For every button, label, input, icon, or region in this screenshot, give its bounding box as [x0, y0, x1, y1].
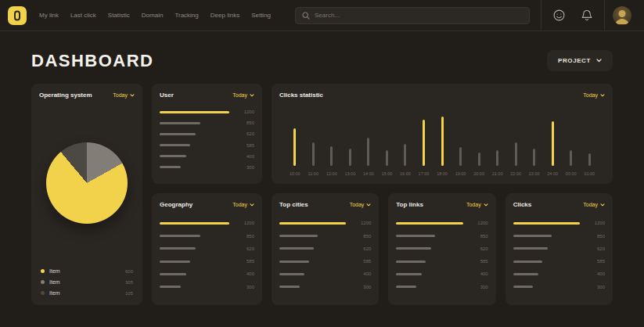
vbar-column: 11:00 — [304, 142, 323, 176]
card-top-links: Top links Today 1200850620585400300 — [388, 193, 495, 305]
card-title: Clicks statistic — [279, 92, 323, 99]
bar-value: 1200 — [236, 221, 254, 225]
bar-row: 1200 — [279, 221, 371, 225]
bar-value: 585 — [352, 259, 371, 264]
legend-item: Item 600 — [41, 268, 133, 274]
nav-item-setting[interactable]: Setting — [251, 12, 271, 19]
vbar-column: 15:00 — [378, 150, 397, 176]
bar-highlight — [423, 120, 425, 166]
card-header: Clicks Today — [513, 201, 605, 208]
period-dropdown[interactable]: Today — [466, 202, 488, 207]
search-bar[interactable] — [295, 7, 530, 24]
period-dropdown[interactable]: Today — [583, 92, 605, 98]
bar-row: 620 — [160, 131, 254, 136]
search-input[interactable] — [315, 12, 523, 19]
period-dropdown[interactable]: Today — [350, 202, 372, 207]
bar — [279, 273, 304, 275]
bar — [396, 261, 426, 263]
bar-value: 620 — [236, 131, 254, 136]
bar-row: 620 — [396, 246, 487, 251]
bar-highlight — [513, 222, 580, 225]
x-tick-label: 19:00 — [455, 171, 466, 176]
user-avatar[interactable] — [613, 6, 631, 25]
vbar-column: 21:00 — [488, 150, 507, 176]
bar-row: 400 — [160, 271, 254, 276]
bar-row: 585 — [160, 143, 254, 148]
bar-track — [279, 261, 346, 263]
period-dropdown[interactable]: Today — [113, 92, 135, 98]
bar — [570, 150, 572, 166]
bar-row: 585 — [396, 259, 487, 264]
notifications-button[interactable] — [577, 5, 597, 26]
vbar-column: 18:00 — [433, 117, 452, 176]
bar-highlight — [552, 121, 554, 166]
period-dropdown[interactable]: Today — [583, 202, 605, 207]
bar-row: 300 — [513, 285, 605, 289]
main-nav: My link Last click Statistic Domain Trac… — [39, 12, 271, 19]
legend-value: 600 — [125, 269, 133, 274]
bar-value: 850 — [586, 234, 605, 239]
chevron-down-icon — [600, 203, 605, 207]
bar-row: 585 — [279, 259, 371, 264]
card-header: User Today — [160, 92, 254, 99]
bar — [513, 235, 552, 237]
project-button[interactable]: PROJECT — [547, 50, 613, 71]
bar — [160, 261, 190, 263]
bar-track — [160, 273, 229, 275]
bar-value: 620 — [586, 246, 605, 251]
nav-item-deep-links[interactable]: Deep links — [210, 12, 239, 19]
legend-label: Item — [49, 290, 121, 296]
bar-track — [513, 261, 580, 263]
bar — [160, 166, 181, 168]
nav-item-statistic[interactable]: Statistic — [108, 12, 130, 19]
bar — [478, 153, 480, 166]
x-tick-label: 22:00 — [510, 171, 521, 176]
bar-value: 620 — [352, 246, 371, 251]
bar-highlight — [293, 128, 296, 166]
x-tick-label: 20:00 — [473, 171, 484, 176]
logo[interactable] — [8, 6, 27, 25]
chevron-down-icon — [600, 94, 605, 97]
bar-track — [160, 155, 229, 157]
bar-value: 300 — [352, 285, 371, 289]
card-clicks: Clicks Today 1200850620585400300 — [505, 193, 613, 305]
bar — [513, 261, 543, 263]
vbar-column: 00:00 — [562, 150, 581, 176]
bar — [533, 149, 535, 166]
card-header: Geography Today — [160, 201, 254, 208]
bar-value: 400 — [236, 154, 254, 159]
bar-row: 400 — [513, 271, 605, 276]
vbar-column: 22:00 — [506, 142, 525, 176]
x-tick-label: 24:00 — [547, 171, 558, 176]
bar — [160, 122, 200, 124]
bar — [160, 133, 196, 135]
vbar-column: 14:00 — [359, 138, 378, 176]
bar-track — [160, 222, 229, 225]
smiley-button[interactable] — [549, 5, 569, 26]
vbar-column: 01:00 — [581, 153, 599, 176]
nav-item-tracking[interactable]: Tracking — [174, 12, 198, 19]
nav-item-my-link[interactable]: My link — [39, 12, 59, 19]
card-title: User — [160, 92, 174, 99]
smiley-icon — [553, 9, 565, 21]
bar — [312, 142, 315, 166]
bar-row: 1200 — [160, 110, 254, 114]
bell-icon — [581, 9, 592, 21]
bar-value: 400 — [352, 271, 371, 276]
bar-track — [513, 286, 580, 288]
bar — [396, 247, 430, 250]
period-dropdown[interactable]: Today — [232, 92, 254, 98]
avatar-image — [613, 6, 631, 25]
bar — [396, 235, 434, 237]
card-title: Top cities — [279, 201, 308, 208]
bar-row: 1200 — [396, 221, 487, 225]
nav-item-domain[interactable]: Domain — [142, 12, 164, 19]
x-tick-label: 17:00 — [419, 171, 430, 176]
bar — [330, 146, 333, 166]
period-dropdown[interactable]: Today — [232, 202, 254, 207]
bar-highlight — [441, 117, 444, 166]
bar-value: 1200 — [352, 221, 371, 225]
bar — [160, 273, 186, 275]
nav-item-last-click[interactable]: Last click — [70, 12, 96, 19]
bar — [386, 150, 388, 166]
